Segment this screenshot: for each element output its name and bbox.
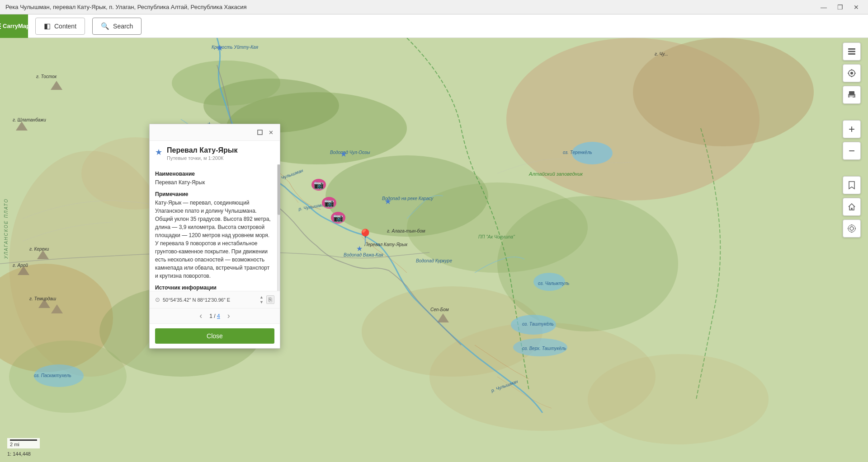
map-label-sep-bom: Сеп-Бом xyxy=(430,307,449,312)
maximize-button[interactable]: ❐ xyxy=(834,3,846,12)
map-label-alaga: г. Алага-тын-бом xyxy=(387,229,425,233)
right-controls: + − xyxy=(843,42,861,238)
window-controls: — ❐ ✕ xyxy=(817,3,863,12)
nav-next-button[interactable]: › xyxy=(227,311,230,321)
svg-point-7 xyxy=(588,354,769,444)
svg-point-11 xyxy=(172,61,280,106)
minimize-button[interactable]: — xyxy=(817,3,830,12)
popup-header-icons: ✕ xyxy=(255,128,275,137)
svg-rect-48 xyxy=(258,130,262,135)
popup-navigation: ‹ 1 / 4 › xyxy=(150,308,280,323)
scale-distance: 2 mi xyxy=(10,442,19,447)
svg-point-42 xyxy=(850,227,854,230)
svg-rect-30 xyxy=(848,51,855,52)
svg-rect-31 xyxy=(848,53,855,55)
popup-coordinates: ⊙ 50°54′35.42″ N 88°12′30.96″ E ▲ ▼ ⎘ xyxy=(150,291,280,308)
coord-down-arrow[interactable]: ▼ xyxy=(259,300,264,304)
waterfall-karasu-marker[interactable]: ★ xyxy=(384,196,392,206)
field1-label: Наименование xyxy=(155,171,272,177)
map-label-tasht: оз. Таштукёль xyxy=(522,322,554,327)
svg-rect-40 xyxy=(849,96,854,97)
zoom-in-btn[interactable]: + xyxy=(843,120,861,138)
search-label: Search xyxy=(113,23,133,30)
brand-label: CarryMap xyxy=(3,23,30,29)
title-bar: Река Чулышман, перевал Кату-Ярык, п. Ула… xyxy=(0,0,868,14)
map-label-chalyk: оз. Чалыктуль xyxy=(538,281,570,286)
popup-header: ✕ xyxy=(150,124,280,141)
svg-rect-41 xyxy=(849,97,853,98)
nav-prev-button[interactable]: ‹ xyxy=(199,311,202,321)
scroll-indicator xyxy=(277,164,280,291)
popup-title: Перевал Кату-Ярык xyxy=(167,146,237,154)
map-label-kerek: г. Кереки xyxy=(29,247,49,252)
layers-icon: ◧ xyxy=(44,22,51,30)
coord-copy-button[interactable]: ⎘ xyxy=(266,295,274,304)
map-label-terenkel: оз. Теренкёль xyxy=(563,150,592,155)
bookmark-btn[interactable] xyxy=(843,176,861,194)
field1-value: Перевал Кату-Ярык xyxy=(155,178,272,187)
popup-maximize-button[interactable] xyxy=(255,128,264,137)
coord-up-arrow[interactable]: ▲ xyxy=(259,295,264,299)
map-label-temir: г. Темирдаш xyxy=(29,296,56,301)
content-label: Content xyxy=(54,23,76,30)
content-button[interactable]: ◧ Content xyxy=(35,18,85,35)
location-btn[interactable] xyxy=(843,64,861,82)
nav-page: 1 / 4 xyxy=(209,313,220,319)
field2-value: Кату-Ярык — перевал, соединяющий Улаганс… xyxy=(155,199,272,280)
close-button[interactable]: ✕ xyxy=(850,3,863,12)
map-label-pp: ПП "Ак Чолушпа" xyxy=(478,234,515,239)
brand-area: CarryMap xyxy=(0,14,28,38)
close-button[interactable]: Close xyxy=(155,328,274,344)
gps-btn[interactable] xyxy=(843,219,861,238)
coord-text: 50°54′35.42″ N 88°12′30.96″ E xyxy=(163,297,257,303)
page-current: 1 xyxy=(209,313,212,319)
map-label-aroy: г. Арой xyxy=(13,263,28,268)
map-label-tosok: г. Тосток xyxy=(36,74,57,79)
map-label-tasht-upper: оз. Верх. Таштукёль xyxy=(522,346,566,351)
page-total[interactable]: 4 xyxy=(217,313,220,319)
menu-button[interactable]: CarryMap xyxy=(0,14,24,38)
scroll-thumb xyxy=(278,164,280,215)
coord-icon: ⊙ xyxy=(155,296,160,303)
popup-close-button[interactable]: ✕ xyxy=(266,128,275,137)
map-label-baja: Водопад Важа-Кая xyxy=(344,252,383,257)
feature-popup: ✕ ★ Перевал Кату-Ярык Путевые точки, м 1… xyxy=(149,124,280,349)
scale-bar: 2 mi xyxy=(7,438,40,448)
map-label-chul-ozy: Водопад Чул-Оозы xyxy=(330,150,370,155)
map-label-shlatan: г. Шлатанбажи xyxy=(13,117,46,122)
photo-marker-2[interactable]: 📷 xyxy=(322,198,336,208)
popup-subtitle: Путевые точки, м 1:200К xyxy=(167,155,237,161)
map-label-kurkure: Водопад Куркуре xyxy=(416,258,452,263)
page-sep: / xyxy=(214,313,215,319)
popup-title-area: ★ Перевал Кату-Ярык Путевые точки, м 1:2… xyxy=(150,141,280,164)
photo-marker-3[interactable]: 📷 xyxy=(331,213,345,223)
popup-star-icon: ★ xyxy=(155,147,162,157)
home-btn[interactable] xyxy=(843,198,861,216)
print-btn[interactable] xyxy=(843,86,861,104)
field2-label: Примечание xyxy=(155,191,272,197)
svg-point-43 xyxy=(848,225,855,232)
waterfall-chul-marker[interactable]: ★ xyxy=(340,149,347,159)
map-label-ulagan-plato: УЛАГАНСКОЕ ПЛАТО xyxy=(4,198,9,259)
map-area[interactable]: ★ ★ ★ 📷 📷 📷 📍 ★ г. Тосток г. Шлатанбажи … xyxy=(0,38,868,462)
layers-btn[interactable] xyxy=(843,42,861,61)
map-label-chu: г. Чу... xyxy=(655,51,668,56)
search-icon: 🔍 xyxy=(101,22,109,30)
map-label-pasakak: оз. Паскактухель xyxy=(34,373,71,378)
star-icon: ★ xyxy=(384,197,392,206)
popup-body[interactable]: Наименование Перевал Кату-Ярык Примечани… xyxy=(150,164,280,291)
waterfall-baja-marker[interactable]: ★ xyxy=(356,244,363,253)
photo-marker-1[interactable]: 📷 xyxy=(311,180,326,190)
fortress-marker[interactable]: ★ xyxy=(216,43,223,53)
star-icon: ★ xyxy=(216,43,223,52)
star-icon: ★ xyxy=(356,245,363,252)
svg-point-16 xyxy=(497,196,678,331)
hamburger-icon xyxy=(0,23,1,29)
pass-marker[interactable]: 📍 xyxy=(356,229,374,244)
search-button[interactable]: 🔍 Search xyxy=(92,18,142,35)
zoom-out-btn[interactable]: − xyxy=(843,142,861,160)
svg-rect-29 xyxy=(848,48,855,50)
popup-footer: Close xyxy=(150,323,280,348)
map-label-altai-reserve: Алтайский заповедник xyxy=(529,171,583,177)
window-title: Река Чулышман, перевал Кату-Ярык, п. Ула… xyxy=(5,4,247,10)
